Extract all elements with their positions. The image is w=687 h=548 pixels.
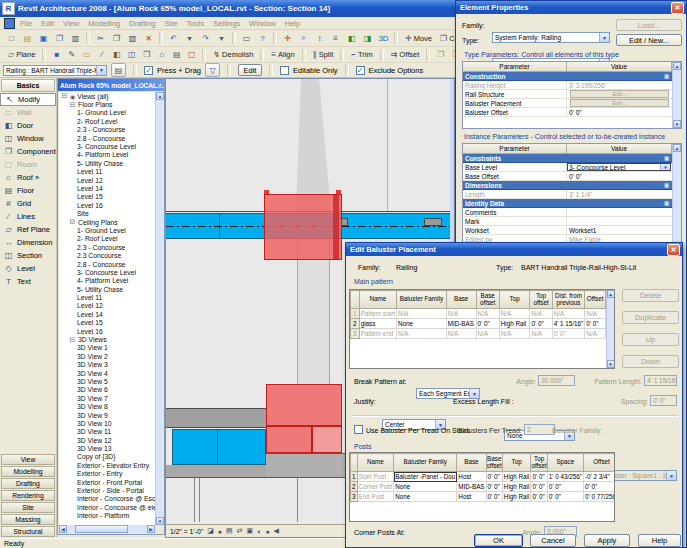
crop-region-icon[interactable]: ⇄	[237, 527, 243, 535]
tree-item[interactable]: 3D View 10	[59, 419, 155, 427]
create-group-icon[interactable]: ❐	[433, 48, 448, 62]
cell[interactable]: 0' 0"	[585, 319, 606, 329]
design-bar-tab-rendering[interactable]: Rendering	[1, 490, 55, 501]
cut-icon[interactable]: ✂	[93, 31, 108, 45]
view-scale[interactable]: 1/2" = 1'-0"	[170, 528, 203, 535]
posts-table[interactable]: NameBaluster FamilyBaseBase offsetTopTop…	[349, 452, 615, 522]
cell[interactable]: 0' 0"	[531, 482, 547, 492]
cell[interactable]: N/A	[585, 309, 606, 319]
tree-item[interactable]: Interior - Platform	[59, 512, 155, 520]
design-bar-item-lines[interactable]: ∕Lines	[0, 210, 56, 223]
project-browser-title-bar[interactable]: Alum Rock 65% model_LOCAL.r... ✕	[58, 79, 164, 91]
design-bar-item-text[interactable]: TText	[0, 275, 56, 288]
tree-expand-icon[interactable]: ⊟	[69, 101, 76, 109]
tree-item[interactable]: Exterior - Front Portal	[59, 478, 155, 486]
menu-edit[interactable]: Edit	[41, 19, 54, 28]
cell[interactable]: 0' 0 77/256"	[583, 492, 615, 502]
tree-item[interactable]: Exterior - Side - Portal	[59, 486, 155, 494]
paint-icon[interactable]: ✎	[64, 48, 79, 62]
main-pattern-table[interactable]: NameBaluster FamilyBaseBase offsetTopTop…	[349, 289, 615, 369]
tree-item[interactable]: Level 11	[59, 168, 155, 176]
undo-list-icon[interactable]: ▾	[182, 31, 197, 45]
tree-item[interactable]: ⊟◉Views (all)	[59, 92, 155, 100]
tree-item[interactable]: 2.3 - Concourse	[59, 126, 155, 134]
tree-item[interactable]: Level 15	[59, 319, 155, 327]
shadows-icon[interactable]: ●	[218, 528, 222, 535]
cell[interactable]: None	[397, 319, 447, 329]
save-icon[interactable]: ▣	[36, 31, 51, 45]
temporary-hide-icon[interactable]: ◐	[257, 528, 261, 535]
menu-site[interactable]: Site	[165, 19, 178, 28]
cell[interactable]: 0' 0"	[583, 482, 615, 492]
design-bar-item-door[interactable]: ◧Door	[0, 119, 56, 132]
tree-item[interactable]: 3D View 13	[59, 444, 155, 452]
horizontal-scrollbar[interactable]: ◀ ▶	[59, 525, 155, 533]
menu-modelling[interactable]: Modelling	[88, 19, 120, 28]
design-bar-item-floor[interactable]: ▤Floor	[0, 184, 56, 197]
tree-item[interactable]: 3- Concourse Level	[59, 142, 155, 150]
help-button[interactable]: Help	[638, 534, 681, 547]
tree-item[interactable]: Level 12	[59, 176, 155, 184]
design-bar-item-grid[interactable]: #Grid	[0, 197, 56, 210]
design-bar-item-roof[interactable]: ⌂Roof »	[0, 171, 56, 184]
exclude-options-checkbox[interactable]: ✓	[356, 66, 365, 75]
tree-item[interactable]: 3D View 6	[59, 386, 155, 394]
cell[interactable]: glass	[359, 319, 396, 329]
scroll-up-icon[interactable]: ▲	[607, 290, 615, 298]
cell[interactable]: N/A	[499, 309, 530, 319]
component-tool-icon[interactable]: ❐	[139, 48, 154, 62]
param-value[interactable]: 0' 0"	[567, 172, 672, 180]
design-bar-item-window[interactable]: ◫Window	[0, 132, 56, 145]
design-bar-tab-drafting[interactable]: Drafting	[1, 478, 55, 489]
design-bar-item-modify[interactable]: ↖Modify	[0, 93, 56, 106]
filter-button[interactable]: ▽	[205, 63, 220, 77]
cell[interactable]: 0' 0"	[476, 319, 499, 329]
move-button[interactable]: ✛Move	[401, 32, 436, 45]
menu-drafting[interactable]: Drafting	[129, 19, 155, 28]
column-header-parameter[interactable]: Parameter	[463, 144, 567, 154]
tree-item[interactable]: Exterior - Elevator Entry	[59, 461, 155, 469]
collapse-icon[interactable]: ◀	[274, 527, 279, 535]
detail-level-icon[interactable]: ▤	[226, 527, 233, 535]
menu-view[interactable]: View	[63, 19, 79, 28]
category-expand-icon[interactable]: ▣	[664, 200, 669, 206]
tree-item[interactable]: 2- Roof Level	[59, 235, 155, 243]
cell[interactable]: Corner Post	[357, 482, 394, 492]
cell[interactable]: Baluster -Panel - Dou	[394, 472, 457, 482]
redo-list-icon[interactable]: ▾	[214, 31, 229, 45]
tree-item[interactable]: ⊟3D Views	[59, 335, 155, 343]
close-icon[interactable]: ✕	[667, 244, 680, 256]
apply-button[interactable]: Apply	[584, 534, 630, 547]
selected-railing-lower[interactable]	[266, 384, 342, 426]
cell[interactable]: High Rail	[502, 472, 531, 482]
tree-expand-icon[interactable]: ⊟	[69, 218, 76, 226]
tree-item[interactable]: Copy of {3D}	[59, 453, 155, 461]
show-crop-icon[interactable]: ▣	[247, 527, 254, 535]
element-properties-title-bar[interactable]: Element Properties ✕	[456, 1, 686, 14]
cell[interactable]: N/A	[530, 329, 552, 339]
tree-item[interactable]: 3D View 5	[59, 377, 155, 385]
menu-tools[interactable]: Tools	[186, 19, 204, 28]
trim-button[interactable]: ⌐Trim	[347, 48, 376, 61]
scroll-down-icon[interactable]: ▼	[673, 120, 681, 128]
param-value[interactable]	[567, 217, 672, 225]
cell[interactable]: 0' 0"	[547, 492, 583, 502]
column-header-value[interactable]: Value	[567, 144, 672, 154]
scroll-down-icon[interactable]: ▼	[156, 517, 164, 525]
design-bar-tab-massing[interactable]: Massing	[1, 514, 55, 525]
type-selector[interactable]: Railing : BART Handrail Triple-Rail-H▼	[3, 65, 107, 76]
floor-tool-icon[interactable]: ▤	[169, 48, 184, 62]
cell[interactable]: 0' 0"	[486, 492, 502, 502]
tree-item[interactable]: 4- Platform Level	[59, 277, 155, 285]
tree-item[interactable]: ⊟Ceiling Plans	[59, 218, 155, 226]
cell[interactable]: N/A	[446, 309, 476, 319]
tree-item[interactable]: Exterior - Entry	[59, 470, 155, 478]
chevron-down-icon[interactable]: ▼	[599, 33, 609, 42]
type-parameters-table[interactable]: Parameter Value Construction▣Railing Hei…	[462, 61, 682, 129]
undo-icon[interactable]: ↶	[166, 31, 181, 45]
design-bar-item-component[interactable]: ❐Component	[0, 145, 56, 158]
opening-tool-icon[interactable]: ▢	[184, 48, 199, 62]
tree-item[interactable]: 5- Utility Chase	[59, 159, 155, 167]
print-icon[interactable]: ▥	[68, 31, 83, 45]
menu-window[interactable]: Window	[249, 19, 276, 28]
